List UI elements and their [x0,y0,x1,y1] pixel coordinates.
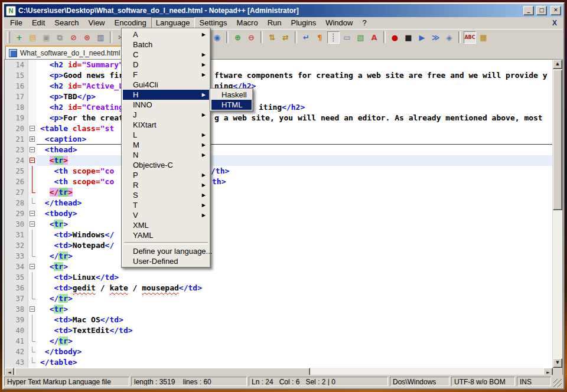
menubar-item-macro[interactable]: Macro [232,17,263,29]
menu-item-objective-c[interactable]: Objective-C [123,160,209,170]
scroll-down-arrow-icon[interactable]: ▼ [553,358,562,368]
fold-marker[interactable]: − [28,123,37,134]
menu-item-n[interactable]: N▶ [123,150,209,160]
menu-item-r[interactable]: R▶ [123,180,209,190]
line-number[interactable]: 20 [5,123,28,134]
close-button[interactable]: ⊘ [67,31,80,44]
status-doc-type[interactable]: Hyper Text Markup Language file [4,377,129,386]
sync-scroll-vertical-button[interactable]: ⇅ [266,31,278,44]
fold-marker[interactable] [28,177,37,187]
menubar-item-edit[interactable]: Edit [27,17,50,29]
menu-item-a[interactable]: A▶ [123,30,209,40]
code-line[interactable]: </tr> [37,293,552,304]
line-number[interactable]: 32 [5,240,28,251]
menu-item-html[interactable]: HTML [211,100,252,110]
menu-item-s[interactable]: S▶ [123,190,209,200]
save-button[interactable]: ▣ [40,31,53,44]
fold-collapse-icon[interactable]: − [30,126,35,131]
scroll-left-arrow-icon[interactable]: ◄ [5,368,14,375]
menubar-item-settings[interactable]: Settings [195,17,232,29]
tab-active-document[interactable]: What_software_do_I_need.html ✕ [5,45,136,59]
code-line[interactable]: <td>Linux</td> [37,272,552,283]
code-line[interactable]: <tr> [37,219,552,230]
print-button[interactable]: ▥ [94,31,107,44]
close-button[interactable]: ✕ [550,6,561,15]
line-number[interactable]: 39 [5,315,28,325]
code-line[interactable]: <tbody> [37,208,552,219]
line-number[interactable]: 43 [5,357,28,368]
close-all-button[interactable]: ⊛ [81,31,93,44]
fold-marker[interactable] [28,283,37,293]
status-insert-mode[interactable]: INS [517,377,551,386]
menubar-item-encoding[interactable]: Encoding [110,17,151,29]
code-line[interactable]: </tr> [37,187,552,198]
code-line[interactable]: <h2 id="Summary" [37,60,552,70]
line-number[interactable]: 38 [5,304,28,315]
document-switcher-button[interactable]: A [368,31,380,44]
code-line[interactable]: <thead> [37,145,552,155]
status-eol-format[interactable]: Dos\Windows [390,377,449,386]
menu-item-h[interactable]: H▶ [123,90,209,100]
function-completion-button[interactable]: ▭ [341,31,353,44]
menu-item-j[interactable]: J▶ [123,110,209,120]
menu-item-batch[interactable]: Batch [123,40,209,50]
menu-item-haskell[interactable]: Haskell [211,90,252,100]
line-number[interactable]: 28 [5,198,28,208]
fold-marker[interactable] [28,187,37,198]
fold-marker[interactable] [28,293,37,304]
indent-guide-button[interactable]: ┊ [327,31,340,44]
line-number[interactable]: 33 [5,251,28,262]
macro-run-multiple-button[interactable]: ≫ [429,31,442,44]
line-number[interactable]: 31 [5,230,28,240]
new-file-button[interactable]: + [13,31,25,44]
vertical-scrollbar-thumb[interactable] [553,70,562,210]
fold-marker[interactable] [28,198,37,208]
mdi-close-button[interactable]: X [552,19,563,27]
fold-marker[interactable] [28,240,37,251]
menu-item-define-your-language[interactable]: Define your language... [123,246,209,256]
menu-item-user-defined[interactable]: User-Defined [123,256,209,266]
menu-item-kixtart[interactable]: KIXtart [123,120,209,130]
vertical-scrollbar[interactable]: ▲ ▼ [552,60,562,368]
fold-marker[interactable] [28,230,37,240]
line-number[interactable]: 36 [5,283,28,293]
word-wrap-button[interactable]: ↵ [300,31,312,44]
fold-marker[interactable]: − [28,208,37,219]
line-number[interactable]: 14 [5,60,28,70]
status-length-lines[interactable]: length : 3519 lines : 60 [131,377,247,386]
menubar-item-view[interactable]: View [84,17,110,29]
fold-collapse-icon[interactable]: − [30,264,35,269]
menu-item-inno[interactable]: INNO [123,100,209,110]
maximize-button[interactable]: □ [536,6,547,15]
code-line[interactable]: <table class="st [37,123,552,134]
line-number[interactable]: 40 [5,325,28,336]
line-number[interactable]: 15 [5,70,28,81]
code-line[interactable]: <td>Notepad</ [37,240,552,251]
menubar-item-window[interactable]: Window [321,17,357,29]
menu-item-yaml[interactable]: YAML [123,230,209,240]
line-number[interactable]: 34 [5,262,28,272]
code-editor[interactable]: 14<h2 id="Summary"15<p>Good news firftwa… [5,60,552,368]
fold-collapse-icon[interactable]: − [30,306,35,312]
code-line[interactable]: </tr> [37,251,552,262]
code-line[interactable]: <h2 id="Creatingiting</h2> [37,102,552,113]
sync-scroll-horizontal-button[interactable]: ⇄ [279,31,292,44]
code-line[interactable]: <p>Good news firftware components for cr… [37,70,552,81]
minimize-button[interactable]: _ [523,6,534,15]
line-number[interactable]: 18 [5,102,28,113]
code-line[interactable]: <td>Windows</ [37,230,552,240]
document-map-button[interactable]: ▧ [354,31,367,44]
fold-collapse-icon[interactable]: − [30,158,35,163]
code-line[interactable]: </tr> [37,336,552,347]
fold-collapse-icon[interactable]: − [30,147,35,152]
menu-item-gui4cli[interactable]: Gui4Cli [123,80,209,90]
macro-record-button[interactable]: ● [389,31,401,44]
menubar-item-plugins[interactable]: Plugins [286,17,321,29]
line-number[interactable]: 26 [5,177,28,187]
code-line[interactable]: <td>gedit / kate / mousepad</td> [37,283,552,293]
line-number[interactable]: 17 [5,92,28,102]
fold-marker[interactable] [28,272,37,283]
code-line[interactable]: <h2 id="Active_Lning</h2> [37,81,552,92]
code-line[interactable]: <caption> [37,134,552,145]
macro-play-button[interactable]: ▶ [416,31,428,44]
